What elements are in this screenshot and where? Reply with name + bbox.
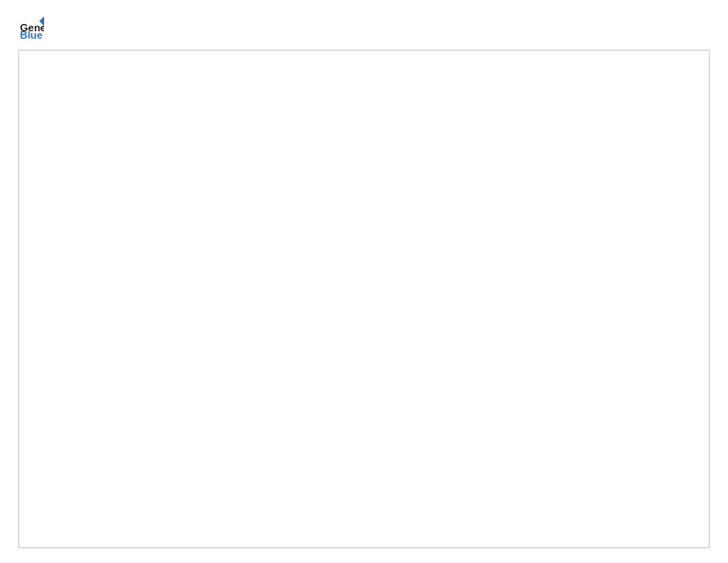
calendar-body xyxy=(19,51,709,547)
page: General Blue xyxy=(0,0,728,563)
calendar xyxy=(18,50,710,548)
logo: General Blue xyxy=(18,15,44,40)
logo-icon: General Blue xyxy=(18,15,44,40)
header: General Blue xyxy=(18,15,710,40)
svg-text:Blue: Blue xyxy=(20,29,43,40)
